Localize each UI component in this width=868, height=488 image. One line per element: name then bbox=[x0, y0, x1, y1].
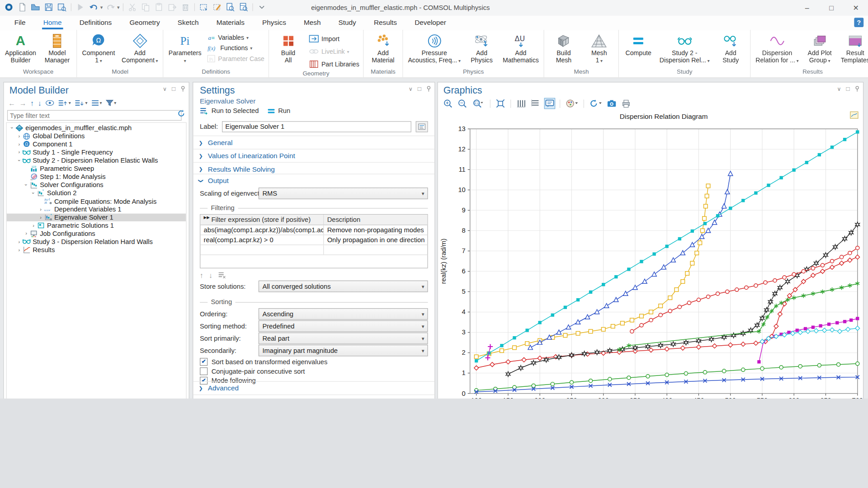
redo-icon[interactable] bbox=[105, 2, 116, 13]
select-secondarily[interactable]: Imaginary part magnitude▼ bbox=[259, 345, 428, 357]
filter-expression-cell[interactable]: real(comp1.acpr.kz) > 0 bbox=[200, 235, 324, 244]
panel-menu-icon[interactable]: ∨ bbox=[837, 85, 841, 91]
ribbon-button-add-mathematics[interactable]: ΔUAddMathematics bbox=[500, 31, 542, 66]
help-button[interactable]: ? bbox=[854, 18, 863, 27]
collapse-all-icon[interactable]: ▾ bbox=[58, 99, 71, 106]
close-button[interactable]: ✕ bbox=[844, 0, 868, 15]
comsol-logo-icon[interactable] bbox=[3, 2, 14, 13]
zoom-extents-icon[interactable] bbox=[495, 98, 506, 109]
tab-geometry[interactable]: Geometry bbox=[128, 17, 161, 29]
open-file-icon[interactable] bbox=[30, 2, 41, 13]
filter-expression-cell[interactable]: abs(imag(comp1.acpr.kz))/abs(comp1.acpr.… bbox=[200, 225, 324, 235]
ribbon-button-result-templates[interactable]: ResultTemplates bbox=[838, 31, 868, 66]
print-icon[interactable] bbox=[621, 98, 632, 109]
section-output[interactable]: ❯Output bbox=[193, 174, 434, 187]
zoom-in-icon[interactable] bbox=[442, 98, 453, 109]
ribbon-button-add-plot-group[interactable]: Add PlotGroup ▾ bbox=[802, 31, 837, 66]
store-solutions-select[interactable]: All converged solutions▼ bbox=[259, 281, 428, 292]
save-preview-icon[interactable] bbox=[57, 2, 67, 13]
ribbon-button-add-component[interactable]: AddComponent ▾ bbox=[119, 31, 161, 66]
description-cell[interactable]: Only propagation in one direction bbox=[324, 235, 427, 244]
maximize-button[interactable]: □ bbox=[819, 0, 844, 15]
grid-x-icon[interactable] bbox=[515, 98, 526, 109]
cut-icon[interactable] bbox=[127, 2, 137, 13]
color-theme-icon[interactable] bbox=[565, 98, 579, 109]
ribbon-button-compute[interactable]: Compute bbox=[621, 31, 656, 58]
ribbon-button-add-study[interactable]: AddStudy bbox=[713, 31, 748, 66]
section-advanced[interactable]: ❯Advanced bbox=[193, 381, 434, 394]
pin-panel-icon[interactable] bbox=[855, 85, 860, 91]
pin-panel-icon[interactable] bbox=[180, 85, 185, 91]
tab-sketch[interactable]: Sketch bbox=[176, 17, 200, 29]
ribbon-button-build-mesh[interactable]: BuildMesh bbox=[547, 31, 581, 66]
collapse-section-icon[interactable]: ❯ bbox=[198, 178, 203, 183]
ribbon-button-pressure-acoustics-freq[interactable]: PressureAcoustics, Freq... ▾ bbox=[405, 31, 463, 66]
filter-table[interactable]: ▶▶Filter expression (store if positive)D… bbox=[200, 214, 428, 268]
ribbon-button-parameters[interactable]: PiParameters ▾ bbox=[166, 31, 204, 66]
description-cell[interactable] bbox=[324, 245, 427, 254]
undo-icon[interactable] bbox=[88, 2, 99, 13]
grid-y-icon[interactable] bbox=[530, 98, 541, 109]
move-down-icon[interactable]: ↓ bbox=[38, 99, 42, 107]
expand-icon[interactable]: › bbox=[23, 231, 29, 236]
forward-icon[interactable]: → bbox=[19, 99, 27, 107]
plot-tooltip-icon[interactable] bbox=[544, 98, 555, 109]
zoom-box-icon[interactable] bbox=[471, 98, 486, 109]
checkbox-checked[interactable]: ✔ bbox=[200, 358, 208, 366]
toolbar-menu-icon[interactable] bbox=[256, 2, 267, 13]
filter-table-row[interactable]: abs(imag(comp1.acpr.kz))/abs(comp1.acpr.… bbox=[200, 225, 427, 235]
tree-item-compile-equations-mode-analysis[interactable]: ∂u·f∂tCompile Equations: Mode Analysis bbox=[7, 197, 186, 205]
rename-label-button[interactable] bbox=[416, 121, 428, 132]
move-up-icon[interactable]: ↑ bbox=[30, 99, 34, 107]
filter-expression-cell[interactable] bbox=[200, 245, 324, 254]
tree-item-dependent-variables-1[interactable]: ›u,v,wDependent Variables 1 bbox=[7, 205, 186, 213]
tree-item-results[interactable]: ›Results bbox=[7, 246, 186, 254]
expand-icon[interactable]: › bbox=[16, 150, 22, 155]
tree-item-eigenmodes-in-muffler-elastic-mph[interactable]: ›eigenmodes_in_muffler_elastic.mph bbox=[7, 124, 186, 132]
expand-section-icon[interactable]: ❯ bbox=[199, 385, 203, 391]
tab-physics[interactable]: Physics bbox=[261, 17, 288, 29]
tree-item-solver-configurations[interactable]: ›Solver Configurations bbox=[7, 181, 186, 189]
float-panel-icon[interactable]: □ bbox=[172, 85, 175, 92]
ribbon-button-dispersion-relation-for[interactable]: DispersionRelation for ... ▾ bbox=[753, 31, 802, 66]
minimize-button[interactable]: – bbox=[795, 0, 819, 15]
tree-item-parametric-solutions-1[interactable]: ›Parametric Solutions 1 bbox=[7, 221, 186, 230]
tree-filter-input[interactable] bbox=[7, 110, 182, 121]
expand-icon[interactable]: › bbox=[16, 141, 22, 147]
tree-item-step-1-mode-analysis[interactable]: Step 1: Mode Analysis bbox=[7, 173, 186, 181]
tree-item-study-3-dispersion-relation-hard-walls[interactable]: ›Study 3 - Dispersion Relation Hard Wall… bbox=[7, 238, 186, 246]
expand-icon[interactable]: › bbox=[16, 247, 22, 253]
ribbon-button-study-2-dispersion-rel[interactable]: Study 2 -Dispersion Rel... ▾ bbox=[657, 31, 712, 66]
duplicate-icon[interactable] bbox=[167, 2, 178, 13]
section-values-of-linearization-point[interactable]: ❯Values of Linearization Point bbox=[193, 149, 434, 162]
move-row-down-icon[interactable]: ↓ bbox=[209, 271, 212, 279]
select-sorting-method[interactable]: Predefined▼ bbox=[259, 320, 428, 332]
back-icon[interactable]: ← bbox=[8, 99, 15, 107]
tree-item-parametric-sweep[interactable]: 123Parametric Sweep bbox=[7, 164, 186, 173]
ribbon-button-part-libraries[interactable]: Part Libraries bbox=[307, 59, 361, 70]
expand-section-icon[interactable]: ❯ bbox=[199, 153, 203, 159]
paste-icon[interactable] bbox=[153, 2, 164, 13]
ribbon-button-parameter-case[interactable]: PiParameter Case bbox=[205, 54, 266, 63]
pin-panel-icon[interactable] bbox=[426, 85, 431, 91]
delete-row-icon[interactable] bbox=[218, 272, 226, 278]
run-icon[interactable] bbox=[75, 2, 85, 13]
ribbon-button-application-builder[interactable]: AApplicationBuilder bbox=[2, 31, 39, 66]
delete-icon[interactable] bbox=[180, 2, 191, 13]
section-general[interactable]: ❯General bbox=[193, 136, 434, 149]
ribbon-button-functions[interactable]: f(x)Functions ▾ bbox=[205, 44, 266, 53]
panel-menu-icon[interactable]: ∨ bbox=[409, 85, 413, 91]
dispersion-chart[interactable]: Dispersion Relation Diagram0123456789101… bbox=[438, 110, 864, 399]
update-plot-icon[interactable] bbox=[589, 98, 603, 109]
tab-materials[interactable]: Materials bbox=[215, 17, 245, 29]
tab-mesh[interactable]: Mesh bbox=[303, 17, 322, 29]
snapshot-icon[interactable] bbox=[606, 98, 617, 109]
find-icon[interactable] bbox=[225, 2, 236, 13]
collapse-icon[interactable]: › bbox=[16, 157, 22, 163]
move-row-up-icon[interactable]: ↑ bbox=[200, 271, 203, 279]
filter-icon[interactable]: ▾ bbox=[106, 99, 116, 106]
copy-icon[interactable] bbox=[140, 2, 151, 13]
select-ordering[interactable]: Ascending▼ bbox=[259, 308, 428, 320]
zoom-out-icon[interactable] bbox=[457, 98, 467, 109]
filter-table-row[interactable]: real(comp1.acpr.kz) > 0Only propagation … bbox=[200, 235, 427, 245]
